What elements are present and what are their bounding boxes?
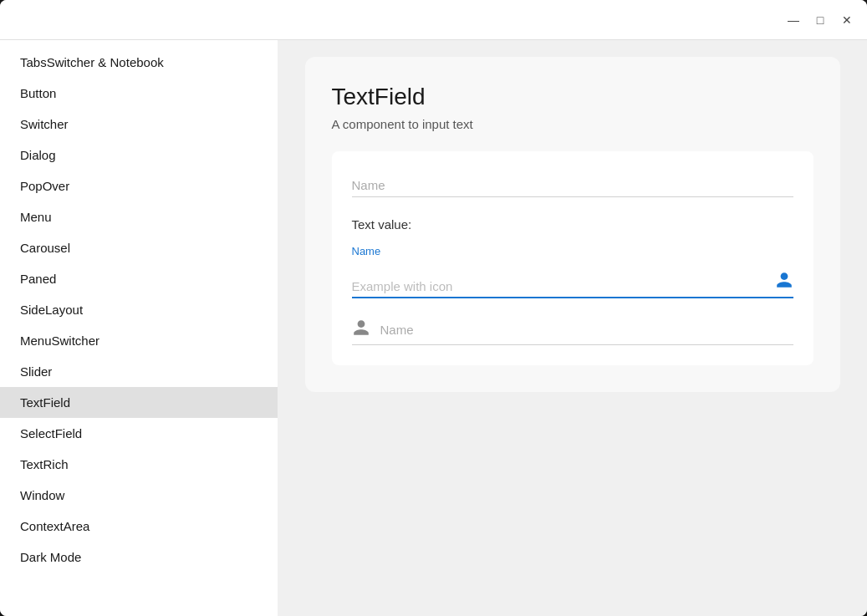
sidebar-item-slider[interactable]: Slider xyxy=(0,356,278,387)
sidebar-item-window[interactable]: Window xyxy=(0,480,278,511)
sidebar-item-textrich[interactable]: TextRich xyxy=(0,449,278,480)
example-with-icon-wrapper xyxy=(352,271,793,298)
sidebar-item-dialog[interactable]: Dialog xyxy=(0,140,278,171)
sidebar: TabsSwitcher & Notebook Button Switcher … xyxy=(0,40,278,616)
sidebar-item-switcher[interactable]: Switcher xyxy=(0,109,278,140)
bottom-field-group xyxy=(352,312,793,345)
demo-card: TextField A component to input text Text… xyxy=(305,57,840,392)
maximize-button[interactable]: □ xyxy=(810,10,830,30)
sidebar-item-textfield[interactable]: TextField xyxy=(0,387,278,418)
sidebar-item-sidelayout[interactable]: SideLayout xyxy=(0,294,278,325)
title-bar: — □ ✕ xyxy=(0,0,867,40)
sidebar-item-menu[interactable]: Menu xyxy=(0,201,278,232)
close-button[interactable]: ✕ xyxy=(837,10,857,30)
app-window: — □ ✕ TabsSwitcher & Notebook Button Swi… xyxy=(0,0,867,616)
name-field-group xyxy=(352,171,793,197)
example-with-icon-group: Name xyxy=(352,245,793,298)
demo-area: Text value: Name xyxy=(332,151,813,365)
sidebar-item-tabs-switcher[interactable]: TabsSwitcher & Notebook xyxy=(0,47,278,78)
sidebar-item-carousel[interactable]: Carousel xyxy=(0,232,278,263)
sidebar-item-popover[interactable]: PopOver xyxy=(0,171,278,201)
name-field-wrapper xyxy=(352,171,793,197)
sidebar-item-menuswitcher[interactable]: MenuSwitcher xyxy=(0,325,278,356)
content-area: TabsSwitcher & Notebook Button Switcher … xyxy=(0,40,867,616)
person-icon-left xyxy=(352,318,370,341)
sidebar-item-button[interactable]: Button xyxy=(0,78,278,109)
bottom-name-input[interactable] xyxy=(380,323,793,337)
sidebar-item-contextarea[interactable]: ContextArea xyxy=(0,511,278,542)
sidebar-item-paned[interactable]: Paned xyxy=(0,263,278,294)
example-with-icon-input[interactable] xyxy=(352,279,768,293)
sidebar-item-darkmode[interactable]: Dark Mode xyxy=(0,542,278,573)
person-icon-right xyxy=(775,271,793,293)
name-input[interactable] xyxy=(352,178,793,192)
main-content: TextField A component to input text Text… xyxy=(278,40,867,616)
minimize-button[interactable]: — xyxy=(783,10,803,30)
window-controls: — □ ✕ xyxy=(783,10,857,30)
sidebar-item-selectfield[interactable]: SelectField xyxy=(0,418,278,449)
card-subtitle: A component to input text xyxy=(332,117,813,131)
float-label: Name xyxy=(352,245,793,257)
text-value-label: Text value: xyxy=(352,217,793,232)
card-title: TextField xyxy=(332,84,813,110)
